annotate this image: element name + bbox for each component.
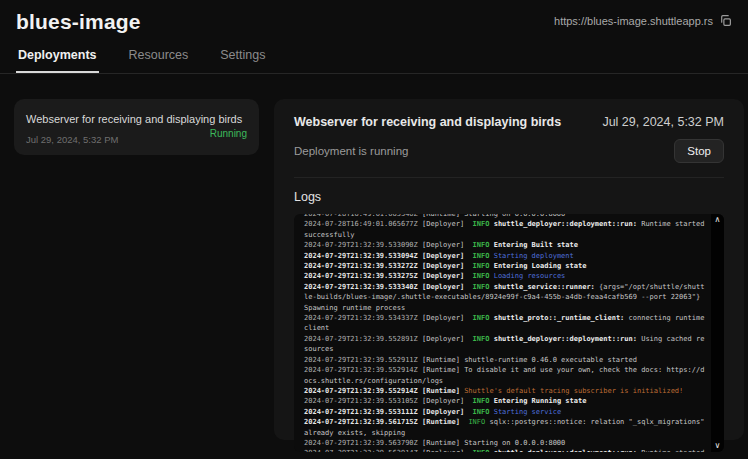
- deployment-date: Jul 29, 2024, 5:32 PM: [602, 115, 724, 129]
- log-segment: INFO: [473, 397, 490, 405]
- log-segment: [Runtime] Starting on 0.0.0.0:8000: [418, 214, 566, 218]
- log-line: 2024-07-29T21:32:39.533272Z [Deployer] I…: [304, 261, 706, 271]
- log-segment: Shuttle's default tracing subscriber is …: [464, 387, 683, 395]
- log-scrollbar[interactable]: ∧ ∨: [711, 214, 724, 452]
- deployment-status-text: Deployment is running: [294, 145, 408, 157]
- log-segment: [Deployer]: [418, 220, 473, 228]
- log-segment: [464, 408, 472, 416]
- tab-bar: Deployments Resources Settings: [0, 34, 748, 74]
- log-line: 2024-07-29T21:32:39.533275Z [Deployer] I…: [304, 271, 706, 281]
- log-viewer[interactable]: 2024-07-28T16:49:01.065340Z [Runtime] St…: [294, 214, 724, 452]
- log-segment: shuttle_deployer::deployment::run:: [494, 335, 637, 343]
- stop-button[interactable]: Stop: [674, 139, 724, 163]
- log-line: 2024-07-29T21:32:39.563790Z [Runtime] St…: [304, 438, 706, 448]
- deployment-detail-panel: Webserver for receiving and displaying b…: [274, 99, 744, 440]
- log-segment: [464, 272, 472, 280]
- tab-settings[interactable]: Settings: [218, 48, 267, 73]
- log-segment: INFO: [473, 252, 490, 260]
- page-title: blues-image: [16, 10, 141, 34]
- log-segment: 2024-07-29T21:32:39.533275Z [Deployer]: [304, 272, 464, 280]
- log-line: 2024-07-29T21:32:39.552911Z [Runtime] sh…: [304, 355, 706, 365]
- tab-deployments[interactable]: Deployments: [16, 48, 99, 73]
- log-line: 2024-07-29T21:32:39.533094Z [Deployer] I…: [304, 251, 706, 261]
- panel-status-row: Deployment is running Stop: [294, 139, 724, 163]
- log-segment: 2024-07-29T21:32:39.533090Z: [304, 241, 418, 249]
- log-segment: 2024-07-29T21:32:39.533094Z [Deployer]: [304, 252, 464, 260]
- log-line: 2024-07-29T21:32:39.533340Z [Deployer] I…: [304, 282, 706, 313]
- log-line: 2024-07-29T21:32:39.563914Z [Deployer] I…: [304, 448, 706, 452]
- log-line: 2024-07-29T21:32:39.552914Z [Runtime] To…: [304, 365, 706, 386]
- log-line: 2024-07-29T21:32:39.561715Z [Runtime] IN…: [304, 417, 706, 438]
- log-segment: INFO: [473, 314, 490, 322]
- log-line: 2024-07-29T21:32:39.552914Z [Runtime] Sh…: [304, 386, 706, 396]
- log-segment: shuttle_service::runner:: [494, 283, 595, 291]
- log-segment: shuttle_proto::_runtime_client:: [494, 314, 625, 322]
- log-segment: 2024-07-29T21:32:39.533340Z [Deployer]: [304, 283, 464, 291]
- log-segment: 2024-07-29T21:32:39.552891Z: [304, 335, 418, 343]
- app-url-group: https://blues-image.shuttleapp.rs: [554, 14, 732, 27]
- log-segment: 2024-07-29T21:32:39.561715Z [Runtime]: [304, 418, 460, 426]
- chevron-up-icon[interactable]: ∧: [715, 214, 721, 226]
- log-segment: INFO: [473, 272, 490, 280]
- log-segment: [Runtime] shuttle-runtime 0.46.0 executa…: [418, 356, 637, 364]
- log-line: 2024-07-29T21:32:39.552891Z [Deployer] I…: [304, 334, 706, 355]
- log-segment: INFO: [473, 220, 490, 228]
- log-segment: 2024-07-29T21:32:39.534337Z: [304, 314, 418, 322]
- log-line: 2024-07-29T21:32:39.553111Z [Deployer] I…: [304, 407, 706, 417]
- deployment-card-title: Webserver for receiving and displaying b…: [26, 111, 247, 128]
- deployment-title: Webserver for receiving and displaying b…: [294, 115, 561, 129]
- log-segment: [Deployer]: [418, 241, 473, 249]
- log-line: 2024-07-29T21:32:39.534337Z [Deployer] I…: [304, 313, 706, 334]
- deployments-list: Webserver for receiving and displaying b…: [14, 99, 259, 155]
- log-content: 2024-07-28T16:49:01.065340Z [Runtime] St…: [304, 214, 706, 452]
- top-bar: blues-image https://blues-image.shuttlea…: [0, 0, 748, 34]
- log-segment: [464, 283, 472, 291]
- log-segment: shuttle_deployer::deployment::run:: [494, 449, 637, 452]
- log-segment: Entering Running state: [494, 397, 587, 405]
- tab-resources[interactable]: Resources: [127, 48, 191, 73]
- log-segment: 2024-07-28T16:49:01.065340Z: [304, 214, 418, 218]
- log-segment: [Deployer]: [418, 335, 473, 343]
- deployment-card[interactable]: Webserver for receiving and displaying b…: [14, 99, 259, 155]
- log-line: 2024-07-29T21:32:39.553105Z [Deployer] I…: [304, 396, 706, 406]
- log-segment: Loading resources: [494, 272, 566, 280]
- content-area: Webserver for receiving and displaying b…: [0, 74, 748, 440]
- log-segment: INFO: [473, 283, 490, 291]
- log-line: 2024-07-29T21:32:39.533090Z [Deployer] I…: [304, 240, 706, 250]
- log-segment: 2024-07-29T21:32:39.553105Z: [304, 397, 418, 405]
- log-segment: [Deployer]: [418, 397, 473, 405]
- log-line: 2024-07-28T16:49:01.065677Z [Deployer] I…: [304, 219, 706, 240]
- panel-header: Webserver for receiving and displaying b…: [294, 115, 724, 129]
- log-segment: 2024-07-28T16:49:01.065677Z: [304, 220, 418, 228]
- log-segment: INFO: [473, 449, 490, 452]
- log-segment: Starting service: [494, 408, 561, 416]
- log-segment: [464, 252, 472, 260]
- copy-icon[interactable]: [719, 14, 732, 27]
- logs-heading: Logs: [294, 190, 724, 204]
- log-segment: Entering Built state: [494, 241, 578, 249]
- log-segment: 2024-07-29T21:32:39.533272Z [Deployer]: [304, 262, 464, 270]
- log-segment: 2024-07-29T21:32:39.563914Z: [304, 449, 418, 452]
- log-segment: INFO: [473, 335, 490, 343]
- log-segment: Starting deployment: [494, 252, 574, 260]
- log-segment: Entering Loading state: [494, 262, 587, 270]
- log-segment: INFO: [473, 408, 490, 416]
- log-segment: 2024-07-29T21:32:39.553111Z [Deployer]: [304, 408, 464, 416]
- app-root: blues-image https://blues-image.shuttlea…: [0, 0, 748, 440]
- app-url[interactable]: https://blues-image.shuttleapp.rs: [554, 15, 713, 27]
- section-divider: [294, 177, 724, 178]
- log-segment: shuttle_deployer::deployment::run:: [494, 220, 637, 228]
- log-segment: [Runtime] Starting on 0.0.0.0:8000: [418, 439, 566, 447]
- log-segment: INFO: [468, 418, 485, 426]
- log-segment: 2024-07-29T21:32:39.552914Z [Runtime]: [304, 387, 460, 395]
- log-segment: [Deployer]: [418, 449, 473, 452]
- log-segment: 2024-07-29T21:32:39.552911Z: [304, 356, 418, 364]
- log-segment: INFO: [473, 262, 490, 270]
- chevron-down-icon[interactable]: ∨: [715, 440, 721, 452]
- log-segment: [Deployer]: [418, 314, 473, 322]
- log-segment: INFO: [473, 241, 490, 249]
- log-segment: 2024-07-29T21:32:39.563790Z: [304, 439, 418, 447]
- log-segment: 2024-07-29T21:32:39.552914Z: [304, 366, 418, 374]
- status-badge: Running: [210, 128, 247, 139]
- log-segment: [464, 262, 472, 270]
